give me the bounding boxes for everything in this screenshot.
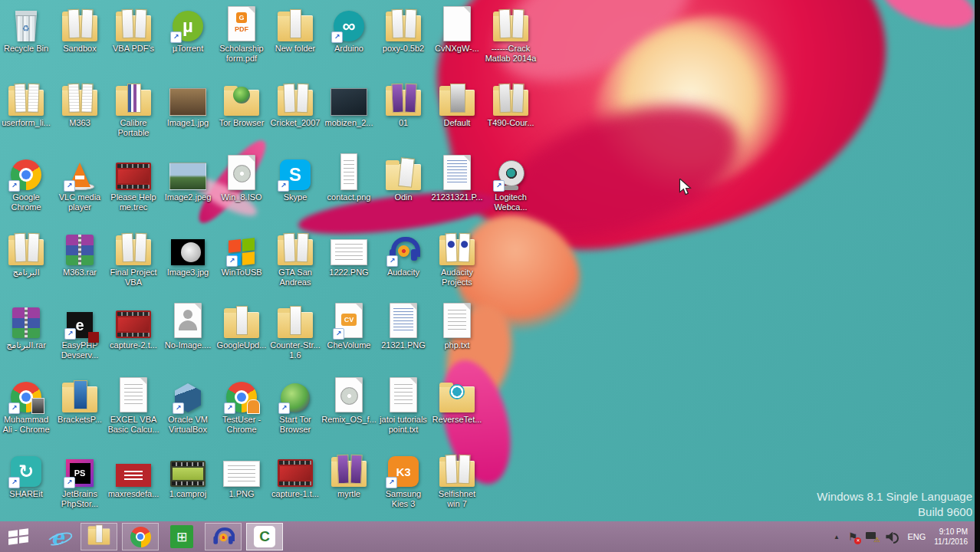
taskbar-clock[interactable]: 9:10 PM 11/1/2016 [934,527,968,547]
desktop-icon-muhammad-ali-chrome[interactable]: ↗Muhammad Ali - Chrome [0,376,54,435]
show-hidden-icons-chevron[interactable]: ▲ [834,534,840,540]
desktop-icon-audacity[interactable]: ↗Audacity [376,228,431,278]
desktop-icon-selfishnet-win-7[interactable]: Selfishnet win 7 [429,450,485,509]
desktop-icon-21231321-p[interactable]: 21231321.P... [429,153,485,202]
desktop-icon-odin[interactable]: Odin [376,153,431,202]
action-center-flag-icon[interactable]: ⚑✕ [848,531,858,543]
icon-graphic [170,450,206,487]
desktop-icon-crack-matlab-2014a[interactable]: ------Crack Matlab 2014a [483,5,538,64]
desktop-icon-audacity-projects[interactable]: Audacity Projects [429,228,485,288]
doc-icon [223,461,260,487]
icon-label: البرنامج.rar [6,340,46,350]
desktop-icon-rar[interactable]: البرنامج.rar [0,301,54,350]
desktop-icon-new-folder[interactable]: New folder [268,5,323,54]
desktop-icon-remix-os-f[interactable]: Remix_OS_f... [321,376,377,425]
desktop-icon-testuser-chrome[interactable]: ↗TestUser - Chrome [214,376,269,435]
film-icon [116,310,151,338]
desktop-icon-vba-pdf-s[interactable]: VBA PDF's [106,5,161,54]
desktop-icon-contact-png[interactable]: contact.png [321,153,377,202]
network-status-icon[interactable]: ⚠ [866,532,877,541]
desktop-icon-01[interactable]: 01 [376,79,431,128]
desktop-icon-please-help-me-trec[interactable]: Please Help me.trec [106,153,161,212]
desktop-icon-counter-str-1-6[interactable]: Counter-Str... 1.6 [268,301,323,360]
folder-icon [331,461,367,487]
desktop-icon-bracketsp[interactable]: BracketsP... [52,376,107,425]
desktop-icon-t490-cour[interactable]: T490-Cour... [483,79,538,128]
desktop-icon-tor-browser[interactable]: Tor Browser [214,79,269,128]
desktop-icon-userform-li[interactable]: userform_li... [0,79,54,128]
desktop-icon-torrent[interactable]: µ↗µTorrent [160,5,215,54]
desktop-icon-image1-jpg[interactable]: Image1.jpg [160,79,215,128]
desktop-icon-googleupd[interactable]: GoogleUpd... [214,301,269,350]
desktop-icon-cricket-2007[interactable]: Cricket_2007 [268,79,323,128]
doc-icon [335,377,363,412]
icon-graphic: ∞↗ [334,5,364,41]
desktop-icon-easyphp-devserv[interactable]: e↗EasyPHP Devserv... [52,301,107,360]
desktop-icon-start-tor-browser[interactable]: ↗Start Tor Browser [268,376,323,435]
desktop-icon-chevolume[interactable]: CV↗CheVolume [321,301,377,350]
desktop-icon-samsung-kies-3[interactable]: K3↗Samsung Kies 3 [376,450,431,509]
desktop-icon-jatoi-tutorials-point-txt[interactable]: jatoi tutorials point.txt [376,376,431,435]
desktop-icon-m363[interactable]: M363 [52,79,107,128]
desktop-icon-vlc-media-player[interactable]: ↗VLC media player [52,153,107,212]
desktop-icon-excel-vba-basic-calcu[interactable]: EXCEL VBA Basic Calcu... [106,376,161,435]
desktop-icon-calibre-portable[interactable]: Calibre Portable [106,79,161,138]
language-indicator[interactable]: ENG [907,532,926,541]
icon-graphic [62,79,97,116]
desktop-icon-wintousb[interactable]: ↗WinToUSB [214,228,269,278]
desktop-icon-1-png[interactable]: 1.PNG [214,450,269,499]
desktop-icon-default[interactable]: Default [429,79,485,128]
desktop-icon-skype[interactable]: S↗Skype [268,153,323,202]
shortcut-arrow-icon: ↗ [64,328,76,340]
desktop-icon-capture-1-t[interactable]: capture-1.t... [268,450,323,499]
desktop-icon-21321-png[interactable]: 21321.PNG [376,301,431,350]
desktop-icon-1-camproj[interactable]: 1.camproj [160,450,215,499]
desktop-icon-cvnxgw[interactable]: CvNXgW-... [429,5,485,54]
desktop-icon-1222-png[interactable]: 1222.PNG [321,228,377,278]
icon-label: Logitech Webca... [494,192,527,212]
icon-graphic: ↗ [11,376,41,412]
desktop-icon-oracle-vm-virtualbox[interactable]: ↗Oracle VM VirtualBox [160,376,215,435]
desktop-icon-sandbox[interactable]: Sandbox [52,5,107,54]
desktop-icon-shareit[interactable]: ↻↗SHAREit [0,450,54,499]
icon-graphic [62,376,97,412]
icon-label: Skype [284,192,307,202]
desktop-screen: Windows 8.1 Single Language Build 9600 R… [0,0,980,552]
start-button[interactable] [0,521,37,552]
desktop-icon-gta-san-andreas[interactable]: GTA San Andreas [268,228,323,288]
desktop-icon-mobizen-2[interactable]: mobizen_2... [321,79,377,128]
icon-label: Muhammad Ali - Chrome [2,415,49,435]
icon-graphic [335,376,363,412]
desktop-icon-capture-2-t[interactable]: capture-2.t... [106,301,161,350]
icon-label: mobizen_2... [325,118,373,128]
desktop-icon-reversetet[interactable]: ReverseTet... [429,376,485,425]
desktop-icon-google-chrome[interactable]: ↗Google Chrome [0,153,54,212]
taskbar-button-file-explorer[interactable] [81,523,117,550]
folder-icon [386,164,421,190]
doc-icon [228,155,255,190]
desktop-icon-poxy-0-5b2[interactable]: poxy-0.5b2 [376,5,431,54]
desktop-icon-no-image[interactable]: No-Image.... [160,301,215,350]
volume-icon[interactable] [886,532,899,542]
desktop-icon-recycle-bin[interactable]: Recycle Bin [0,5,54,54]
desktop-icon-arduino[interactable]: ∞↗Arduino [321,5,377,54]
taskbar-button-audacity[interactable] [205,523,242,550]
taskbar-button-camtasia[interactable]: C [246,523,283,550]
taskbar-button-google-chrome[interactable] [122,523,159,550]
desktop-icon-php-txt[interactable]: php.txt [429,301,485,350]
desktop-icon-maxresdefa[interactable]: maxresdefa... [106,450,161,499]
desktop-icon-m363-rar[interactable]: M363.rar [52,228,107,278]
desktop-icon-win-8-iso[interactable]: Win_8.ISO [214,153,269,202]
taskbar-button-internet-explorer[interactable]: e [39,523,76,550]
desktop-icon-image2-jpeg[interactable]: Image2.jpeg [160,153,215,202]
desktop-icon-myrtle[interactable]: myrtle [321,450,377,499]
folder-icon [278,312,313,338]
desktop-icon-final-project-vba[interactable]: Final Project VBA [106,228,161,288]
taskbar-button-windows-store[interactable]: ⊞ [163,523,200,550]
desktop-icon-image3-jpg[interactable]: Image3.jpg [160,228,215,278]
desktop-icon-scholarship-form-pdf[interactable]: GPDFScholarship form.pdf [214,5,269,64]
desktop-icon-jetbrains-phpstor[interactable]: PS↗JetBrains PhpStor... [52,450,107,509]
desktop-icon-logitech-webca[interactable]: ↗Logitech Webca... [483,153,538,212]
desktop-icon-row4-col1[interactable]: البرنامج [0,228,54,278]
icon-label: VLC media player [59,192,100,212]
